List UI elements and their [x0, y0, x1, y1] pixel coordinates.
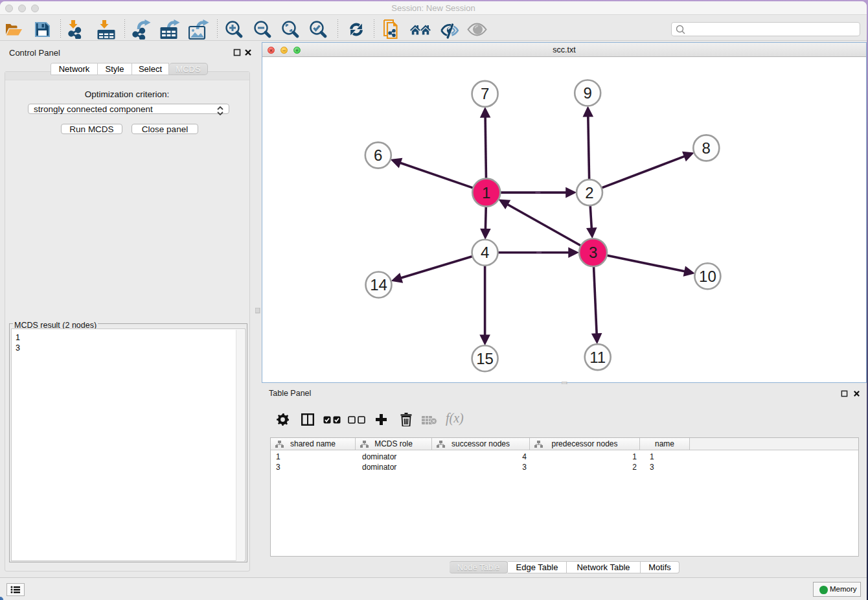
svg-text:10: 10 — [699, 268, 716, 285]
svg-text:9: 9 — [584, 84, 592, 102]
svg-text:2: 2 — [585, 184, 593, 202]
svg-text:15: 15 — [476, 350, 494, 367]
svg-text:6: 6 — [374, 146, 382, 164]
svg-text:3: 3 — [589, 244, 597, 261]
svg-text:1: 1 — [482, 184, 490, 202]
svg-text:4: 4 — [481, 244, 489, 261]
svg-text:14: 14 — [370, 276, 387, 294]
svg-text:8: 8 — [702, 139, 711, 157]
svg-text:11: 11 — [589, 349, 606, 366]
svg-text:7: 7 — [481, 85, 489, 102]
